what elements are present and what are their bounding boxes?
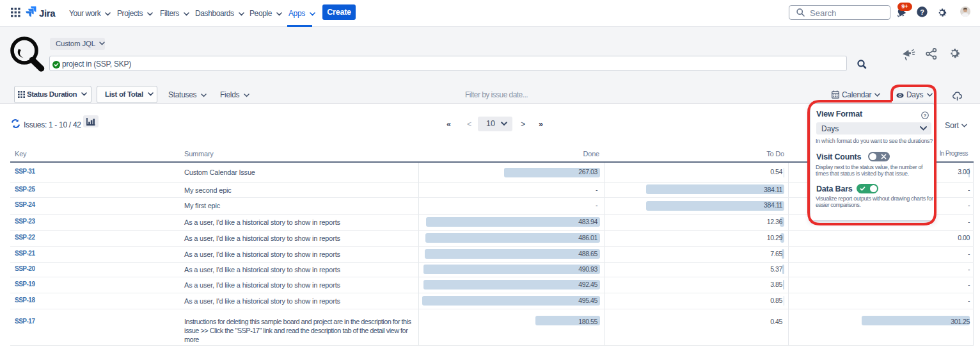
svg-text:?: ? <box>920 8 924 16</box>
